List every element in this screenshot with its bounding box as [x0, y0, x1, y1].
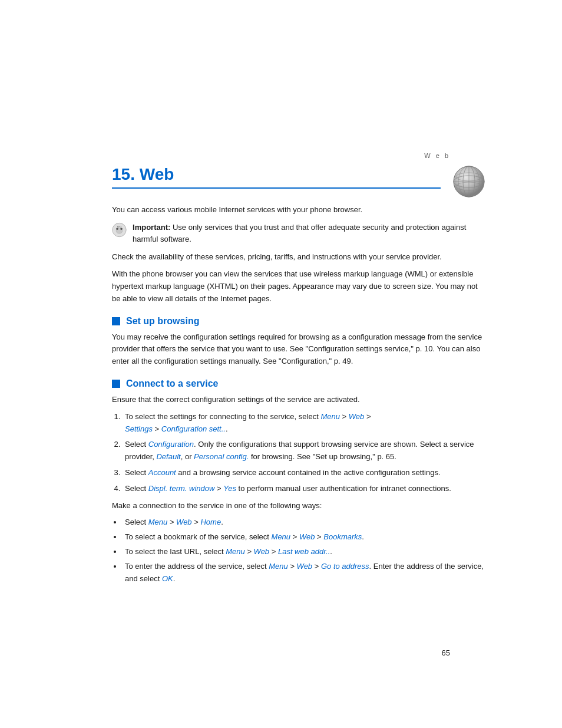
- page: W e b 15. Web: [0, 0, 562, 728]
- bullet1-sep2: >: [192, 518, 201, 526]
- section2-intro: Ensure that the correct configuration se…: [112, 394, 485, 406]
- step-1: To select the settings for connecting to…: [123, 411, 485, 436]
- bullet3-text-before: To select the last URL, select: [125, 547, 226, 556]
- important-label: Important:: [133, 223, 170, 232]
- bullet1-text-before: Select: [125, 518, 148, 526]
- steps-list: To select the settings for connecting to…: [123, 411, 485, 495]
- bullet2-link-bookmarks: Bookmarks: [323, 532, 362, 541]
- bullet4-text-end: .: [173, 574, 176, 583]
- section1-body: You may receive the configuration settin…: [112, 331, 485, 368]
- bullet2-text-before: To select a bookmark of the service, sel…: [125, 532, 272, 541]
- step4-link-displ: Displ. term. window: [148, 484, 215, 493]
- step-4: Select Displ. term. window > Yes to perf…: [123, 483, 485, 495]
- important-text: Important: Use only services that you tr…: [133, 222, 485, 245]
- bullet-3: To select the last URL, select Menu > We…: [123, 546, 485, 558]
- step3-text-after: and a browsing service account contained…: [176, 468, 441, 477]
- step2-link-configuration: Configuration: [148, 440, 194, 449]
- step4-link-yes: Yes: [223, 484, 236, 493]
- chapter-title: 15. Web: [112, 165, 441, 189]
- intro-paragraph-1: You can access various mobile Internet s…: [112, 204, 485, 216]
- bullet4-link-menu: Menu: [269, 562, 288, 571]
- section1-title: Set up browsing: [126, 316, 199, 327]
- svg-point-12: [116, 228, 118, 230]
- bullet4-link-web: Web: [297, 562, 313, 571]
- svg-point-13: [120, 228, 123, 230]
- bullet3-sep1: >: [245, 547, 254, 556]
- globe-icon: [452, 165, 485, 198]
- intro-paragraph-3: With the phone browser you can view the …: [112, 268, 485, 305]
- chapter-header: 15. Web: [112, 165, 485, 198]
- bullet3-sep2: >: [269, 547, 278, 556]
- bullet4-sep1: >: [288, 562, 297, 571]
- section1-heading: Set up browsing: [112, 316, 485, 327]
- step-3: Select Account and a browsing service ac…: [123, 467, 485, 479]
- step1-sep1: >: [340, 412, 349, 421]
- bullet4-link-gotoaddress: Go to address: [321, 562, 369, 571]
- step1-text-after: .: [226, 424, 228, 433]
- bullet1-sep1: >: [167, 518, 176, 526]
- step2-sep: , or: [181, 452, 194, 461]
- bullet2-link-menu: Menu: [272, 532, 291, 541]
- bullet3-link-lastwebaddr: Last web addr..: [278, 547, 330, 556]
- content-area: 15. Web: [112, 165, 485, 589]
- step4-text-before: Select: [125, 484, 148, 493]
- step1-link-settings: Settings: [125, 424, 153, 433]
- important-box: oo Important: Use only services that you…: [112, 222, 485, 245]
- top-section-label: W e b: [424, 152, 450, 159]
- step2-link-personal: Personal config.: [194, 452, 249, 461]
- bullet3-link-web: Web: [254, 547, 270, 556]
- bullet-2: To select a bookmark of the service, sel…: [123, 531, 485, 543]
- svg-text:oo: oo: [117, 225, 121, 229]
- step1-link-config-sett: Configuration sett..: [161, 424, 226, 433]
- bullet4-sep2: >: [312, 562, 321, 571]
- step2-text-before: Select: [125, 440, 148, 449]
- bullet3-text-after: .: [330, 547, 332, 556]
- step1-link-menu: Menu: [320, 412, 340, 421]
- section2-square-icon: [112, 380, 120, 388]
- bullet3-link-menu: Menu: [226, 547, 245, 556]
- section2-title: Connect to a service: [126, 378, 219, 389]
- chapter-name: Web: [140, 165, 174, 183]
- important-icon: oo: [112, 222, 127, 238]
- bullet2-link-web: Web: [299, 532, 315, 541]
- intro-paragraph-2: Check the availability of these services…: [112, 251, 485, 263]
- step1-sep3: >: [153, 424, 161, 433]
- bullet1-link-web: Web: [176, 518, 192, 526]
- bullet2-sep1: >: [290, 532, 299, 541]
- bullet4-text-before: To enter the address of the service, sel…: [125, 562, 269, 571]
- step-2: Select Configuration. Only the configura…: [123, 439, 485, 463]
- section2-heading: Connect to a service: [112, 378, 485, 389]
- bullets-list: Select Menu > Web > Home. To select a bo…: [123, 516, 485, 585]
- make-connection-text: Make a connection to the service in one …: [112, 500, 485, 512]
- step4-sep: >: [214, 484, 223, 493]
- step1-text-before: To select the settings for connecting to…: [125, 412, 320, 421]
- step3-link-account: Account: [148, 468, 176, 477]
- step2-text-end: for browsing. See "Set up browsing," p. …: [249, 452, 396, 461]
- bullet-1: Select Menu > Web > Home.: [123, 516, 485, 529]
- important-body: Use only services that you trust and tha…: [133, 223, 466, 243]
- section1-square-icon: [112, 317, 120, 325]
- chapter-number: 15.: [112, 165, 135, 183]
- step1-link-web: Web: [349, 412, 365, 421]
- bullet2-sep2: >: [315, 532, 323, 541]
- step3-text-before: Select: [125, 468, 148, 477]
- bullet1-link-home: Home: [200, 518, 221, 526]
- bullet1-text-after: .: [221, 518, 223, 526]
- bullet4-link-ok: OK: [162, 574, 173, 583]
- bullet-4: To enter the address of the service, sel…: [123, 561, 485, 585]
- bullet2-text-after: .: [362, 532, 364, 541]
- step1-sep2: >: [364, 412, 371, 421]
- step4-text-after: to perform manual user authentication fo…: [236, 484, 451, 493]
- step2-link-default: Default: [156, 452, 180, 461]
- bullet1-link-menu: Menu: [148, 518, 168, 526]
- page-number: 65: [442, 648, 450, 657]
